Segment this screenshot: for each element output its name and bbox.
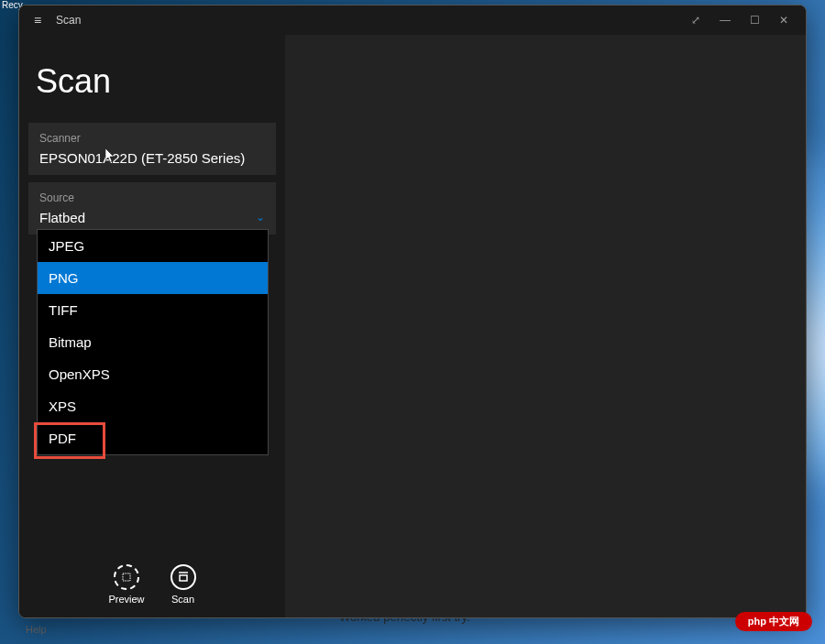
preview-button[interactable]: Preview [108,564,144,605]
filetype-dropdown: JPEG PNG TIFF Bitmap OpenXPS XPS PDF [37,229,269,455]
source-value: Flatbed [39,210,265,225]
restore-diagonal-icon[interactable]: ⤢ [681,7,710,33]
bottom-actions: Preview Scan [19,564,285,605]
dropdown-item-bitmap[interactable]: Bitmap [38,326,268,358]
source-selector[interactable]: Source Flatbed ⌄ [28,182,276,235]
watermark-badge: php 中文网 [735,612,812,631]
titlebar[interactable]: ≡ Scan ⤢ — ☐ ✕ [19,5,806,35]
dropdown-item-tiff[interactable]: TIFF [38,294,268,326]
minimize-button[interactable]: — [710,7,740,33]
close-button[interactable]: ✕ [769,7,798,33]
dropdown-item-pdf[interactable]: PDF [38,422,268,454]
scanner-label: Scanner [39,132,265,145]
dropdown-item-jpeg[interactable]: JPEG [38,230,268,262]
app-title: Scan [28,49,276,123]
scan-app-window: ≡ Scan ⤢ — ☐ ✕ Scan Scanner EPSON01A22D … [18,5,807,618]
scan-label: Scan [171,594,194,605]
dropdown-item-openxps[interactable]: OpenXPS [38,358,268,390]
dropdown-item-png[interactable]: PNG [38,262,268,294]
dropdown-item-xps[interactable]: XPS [38,390,268,422]
window-title: Scan [56,14,681,27]
preview-icon [114,564,139,590]
scanner-value: EPSON01A22D (ET-2850 Series) [39,150,265,166]
scan-preview-area [285,35,806,617]
scanner-selector[interactable]: Scanner EPSON01A22D (ET-2850 Series) [28,123,276,175]
maximize-button[interactable]: ☐ [740,7,769,33]
window-controls: ⤢ — ☐ ✕ [681,7,798,33]
scan-button[interactable]: Scan [170,564,196,605]
preview-label: Preview [108,594,144,605]
chevron-down-icon: ⌄ [256,211,265,224]
help-label: Help [26,624,47,635]
hamburger-menu-icon[interactable]: ≡ [27,9,49,31]
source-label: Source [39,191,265,204]
scan-icon [170,564,196,590]
svg-rect-0 [123,573,130,581]
